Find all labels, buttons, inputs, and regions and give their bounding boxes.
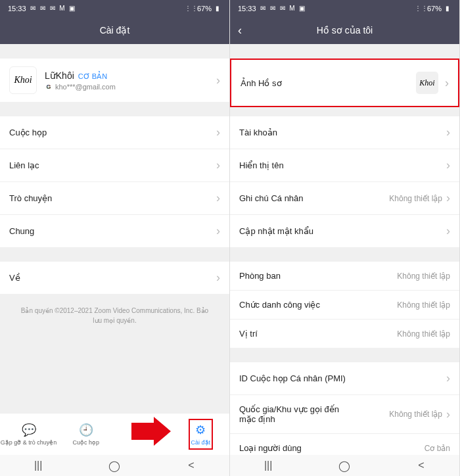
item-label: Trò chuyện xyxy=(9,193,52,203)
nav-label: Cài đặt xyxy=(191,439,211,446)
status-bar: 15:33 ✉✉✉M▣ ⋮⋮ 67% ▮ xyxy=(0,0,229,16)
item-meetings[interactable]: Cuộc họp › xyxy=(0,116,229,149)
battery-icon: ▮ xyxy=(214,5,221,12)
google-icon xyxy=(45,83,53,91)
item-about[interactable]: Về › xyxy=(0,262,229,294)
item-label: Liên lạc xyxy=(9,160,39,170)
item-pmi[interactable]: ID Cuộc họp Cá nhân (PMI) › xyxy=(230,362,459,395)
app-header: Cài đặt xyxy=(0,16,229,44)
sys-recent-button[interactable]: ||| xyxy=(18,460,58,471)
item-label: Về xyxy=(9,273,20,283)
item-default-region[interactable]: Quốc gia/Khu vực gọi đến mặc định Không … xyxy=(230,395,459,434)
system-nav: ||| ◯ < xyxy=(0,455,229,476)
chat-bubble-icon: 💬 xyxy=(22,423,36,437)
item-label: Hiển thị tên xyxy=(239,160,284,170)
header-title: Hồ sơ của tôi xyxy=(317,25,373,36)
bottom-nav: 💬 Gặp gỡ & trò chuyện 🕘 Cuộc họp 👤 ⚙ Cài… xyxy=(0,413,229,455)
item-value: Cơ bản xyxy=(425,444,450,453)
item-value: Không thiết lập xyxy=(389,410,442,419)
clock-icon: 🕘 xyxy=(79,423,93,437)
status-time: 15:33 xyxy=(238,5,256,12)
chevron-right-icon: › xyxy=(216,271,220,285)
item-update-password[interactable]: Cập nhật mật khẩu › xyxy=(230,215,459,247)
item-personal-note[interactable]: Ghi chú Cá nhân Không thiết lập› xyxy=(230,182,459,215)
nav-label: Cuộc họp xyxy=(73,439,100,446)
header-title: Cài đặt xyxy=(100,25,130,36)
chevron-right-icon: › xyxy=(446,158,450,172)
item-label: Ghi chú Cá nhân xyxy=(239,193,304,203)
item-value: Không thiết lập xyxy=(397,272,450,281)
item-label: Vị trí xyxy=(239,329,258,339)
right-screen: 15:33 ✉✉✉M▣ ⋮⋮ 67% ▮ ‹ Hồ sơ của tôi Ảnh… xyxy=(230,0,460,476)
chevron-right-icon: › xyxy=(446,224,450,238)
profile-group-work: Phòng ban Không thiết lập Chức danh công… xyxy=(230,262,459,348)
nav-meetings[interactable]: 🕘 Cuộc họp xyxy=(57,423,114,446)
chevron-right-icon: › xyxy=(216,126,220,139)
battery-pct: 67% xyxy=(197,5,212,12)
battery-icon: ▮ xyxy=(444,5,451,12)
profile-photo-row[interactable]: Ảnh Hồ sơ Khoi › xyxy=(230,59,459,107)
settings-list-about: Về › xyxy=(0,262,229,294)
item-label: Chức danh công việc xyxy=(239,300,320,310)
item-label: Quốc gia/Khu vực gọi đến mặc định xyxy=(239,404,344,424)
wifi-icon: ⋮⋮ xyxy=(417,5,425,12)
item-contacts[interactable]: Liên lạc › xyxy=(0,149,229,182)
nav-chat[interactable]: 💬 Gặp gỡ & trò chuyện xyxy=(0,423,57,446)
item-department[interactable]: Phòng ban Không thiết lập xyxy=(230,262,459,291)
nav-settings[interactable]: ⚙ Cài đặt xyxy=(172,419,229,450)
sys-home-button[interactable]: ◯ xyxy=(325,460,364,472)
copyright-text: Bản quyền ©2012–2021 Zoom Video Communic… xyxy=(0,294,229,337)
item-label: Cập nhật mật khẩu xyxy=(239,226,313,236)
status-app-icons: ✉✉✉M▣ xyxy=(29,5,76,12)
profile-name: LữKhôi xyxy=(45,70,74,81)
item-value: Không thiết lập xyxy=(389,194,442,203)
left-screen: 15:33 ✉✉✉M▣ ⋮⋮ 67% ▮ Cài đặt Khoi LữKhôi… xyxy=(0,0,230,476)
item-label: Tài khoản xyxy=(239,128,277,137)
gear-icon: ⚙ xyxy=(195,423,206,437)
sys-home-button[interactable]: ◯ xyxy=(95,460,134,472)
profile-email: kho***@gmail.com xyxy=(55,83,116,91)
item-job-title[interactable]: Chức danh công việc Không thiết lập xyxy=(230,291,459,320)
chevron-right-icon: › xyxy=(446,371,450,385)
chevron-right-icon: › xyxy=(216,74,220,87)
item-account[interactable]: Tài khoản › xyxy=(230,116,459,149)
item-value: Không thiết lập xyxy=(397,300,450,310)
status-time: 15:33 xyxy=(8,5,26,12)
back-button[interactable]: ‹ xyxy=(238,24,242,37)
battery-pct: 67% xyxy=(427,5,442,12)
sys-back-button[interactable]: < xyxy=(402,460,441,471)
avatar: Khoi xyxy=(416,72,438,94)
chevron-right-icon: › xyxy=(446,126,450,139)
sys-recent-button[interactable]: ||| xyxy=(248,460,288,471)
chevron-right-icon: › xyxy=(216,224,220,238)
item-general[interactable]: Chung › xyxy=(0,215,229,247)
profile-group-account: Tài khoản › Hiển thị tên › Ghi chú Cá nh… xyxy=(230,116,459,247)
chevron-right-icon: › xyxy=(216,158,220,172)
system-nav: ||| ◯ < xyxy=(230,455,459,476)
chevron-right-icon: › xyxy=(445,76,449,90)
status-app-icons: ✉✉✉M▣ xyxy=(259,5,306,12)
profile-plan-tag: CƠ BẢN xyxy=(78,72,107,81)
sys-back-button[interactable]: < xyxy=(172,460,211,471)
item-label: ID Cuộc họp Cá nhân (PMI) xyxy=(239,373,346,383)
highlight-arrow-icon xyxy=(131,417,171,446)
photo-label: Ảnh Hồ sơ xyxy=(241,78,282,88)
item-location[interactable]: Vị trí Không thiết lập xyxy=(230,320,459,348)
item-label: Cuộc họp xyxy=(9,128,47,137)
avatar: Khoi xyxy=(9,66,37,94)
item-value: Không thiết lập xyxy=(397,329,450,339)
wifi-icon: ⋮⋮ xyxy=(187,5,195,12)
item-label: Chung xyxy=(9,226,34,236)
item-label: Phòng ban xyxy=(239,271,281,281)
chevron-right-icon: › xyxy=(446,191,450,205)
chevron-right-icon: › xyxy=(216,191,220,205)
settings-list-1: Cuộc họp › Liên lạc › Trò chuyện › Chung… xyxy=(0,116,229,247)
nav-label: Gặp gỡ & trò chuyện xyxy=(1,439,57,446)
profile-row[interactable]: Khoi LữKhôi CƠ BẢN kho***@gmail.com › xyxy=(0,59,229,102)
app-header: ‹ Hồ sơ của tôi xyxy=(230,16,459,44)
status-bar: 15:33 ✉✉✉M▣ ⋮⋮ 67% ▮ xyxy=(230,0,459,16)
chevron-right-icon: › xyxy=(446,408,450,421)
item-display-name[interactable]: Hiển thị tên › xyxy=(230,149,459,182)
item-chat[interactable]: Trò chuyện › xyxy=(0,182,229,215)
item-label: Loại người dùng xyxy=(239,443,302,453)
